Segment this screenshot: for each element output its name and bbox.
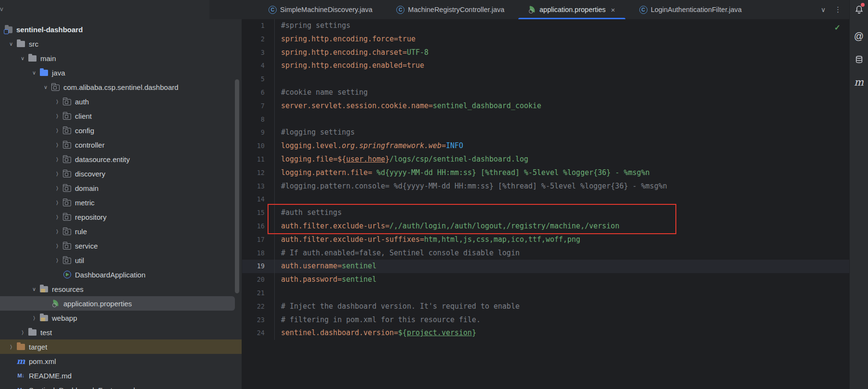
tree-item-controller[interactable]: 〉controller [0,138,242,152]
tab-close-icon[interactable]: × [611,6,615,14]
code-line-3[interactable]: 3spring.http.encoding.charset=UTF-8 [242,46,849,60]
code-line-21[interactable]: 21 [242,287,849,300]
code-line-16[interactable]: 16auth.filter.exclude-urls=/,/auth/login… [242,220,849,233]
editor-tab-application-properties[interactable]: application.properties× [516,0,627,19]
code-line-14[interactable]: 14 [242,193,849,206]
token-key: auth.password [281,275,337,284]
chevron-right-icon[interactable]: 〉 [52,228,62,235]
chevron-down-icon[interactable]: ∨ [29,70,39,76]
tree-item-com-alibaba-csp-sentinel-dashboard[interactable]: ∨com.alibaba.csp.sentinel.dashboard [0,80,242,94]
tree-item-main[interactable]: ∨main [0,51,242,65]
line-text: #auth settings [275,206,342,220]
chevron-right-icon[interactable]: 〉 [17,329,28,336]
code-line-13[interactable]: 13#logging.pattern.console= %d{yyyy-MM-d… [242,180,849,193]
tree-item-datasource-entity[interactable]: 〉datasource.entity [0,152,242,166]
chevron-right-icon[interactable]: 〉 [52,127,62,134]
notifications-bell-icon[interactable] [852,2,866,16]
code-line-2[interactable]: 2spring.http.encoding.force=true [242,33,849,46]
tree-item-resources[interactable]: ∨resources [0,282,242,296]
code-line-19[interactable]: 19auth.username=sentinel [242,260,849,273]
tree-item-pom-xml[interactable]: mpom.xml [0,354,242,368]
code-area[interactable]: 1#spring settings2spring.http.encoding.f… [242,19,849,340]
code-line-11[interactable]: 11logging.file=${user.home}/logs/csp/sen… [242,153,849,166]
tree-item-application-properties[interactable]: application.properties [0,296,235,311]
tab-options-kebab-icon[interactable]: ⋮ [834,5,842,14]
chevron-down-icon[interactable]: ∨ [40,84,51,90]
spring-boot-run-icon [63,271,71,278]
tree-item-client[interactable]: 〉client [0,109,242,123]
tree-item-test[interactable]: 〉test [0,325,242,339]
chevron-right-icon[interactable]: 〉 [52,113,62,119]
tree-item-service[interactable]: 〉service [0,238,242,253]
maven-tool-icon[interactable]: m [852,75,866,89]
tree-item-target[interactable]: 〉target [0,339,242,354]
code-line-5[interactable]: 5 [242,73,849,86]
code-line-18[interactable]: 18# If auth.enabled=false, Sentinel cons… [242,247,849,260]
tree-item-label: client [75,112,92,120]
code-line-9[interactable]: 9#logging settings [242,126,849,139]
editor-tab-simplemachinediscovery-java[interactable]: CSimpleMachineDiscovery.java [257,0,384,19]
tree-item-label: target [29,343,47,351]
tree-item-discovery[interactable]: 〉discovery [0,166,242,181]
chevron-right-icon[interactable]: 〉 [52,99,62,105]
code-line-20[interactable]: 20auth.password=sentinel [242,273,849,287]
inspections-ok-icon[interactable]: ✓ [834,23,841,32]
line-text: sentinel.dashboard.version=${project.ver… [275,326,476,340]
code-line-24[interactable]: 24sentinel.dashboard.version=${project.v… [242,326,849,340]
tree-item-src[interactable]: ∨src [0,37,242,51]
token-kw: true [398,35,416,43]
token-comment: # filtering in pom.xml for this resource… [281,315,480,324]
tree-item-sentinel_dashboard_feature-md[interactable]: M↓Sentinel_Dashboard_Feature.md [0,383,242,389]
chevron-right-icon[interactable]: 〉 [52,214,62,220]
code-line-4[interactable]: 4spring.http.encoding.enabled=true [242,59,849,73]
tree-item-util[interactable]: 〉util [0,253,242,267]
tree-item-dashboardapplication[interactable]: DashboardApplication [0,267,242,282]
chevron-right-icon[interactable]: 〉 [52,200,62,206]
code-line-15[interactable]: 15#auth settings [242,206,849,220]
code-line-12[interactable]: 12logging.pattern.file= %d{yyyy-MM-dd HH… [242,166,849,180]
chevron-right-icon[interactable]: 〉 [52,171,62,177]
token-val: sentinel [342,262,376,270]
code-line-22[interactable]: 22# Inject the dashboard version. It's r… [242,300,849,314]
tree-item-metric[interactable]: 〉metric [0,195,242,210]
code-line-8[interactable]: 8 [242,113,849,126]
tree-item-repository[interactable]: 〉repository [0,210,242,224]
tree-item-webapp[interactable]: 〉webapp [0,311,242,325]
tree-item-label: Sentinel_Dashboard_Feature.md [29,386,135,389]
ai-assistant-icon[interactable]: @ [852,29,866,43]
chevron-down-icon[interactable]: ∨ [17,55,28,62]
code-line-1[interactable]: 1#spring settings [242,19,849,33]
tree-scrollbar[interactable] [235,79,239,293]
editor-tab-loginauthenticationfilter-java[interactable]: CLoginAuthenticationFilter.java [627,0,754,19]
line-text: spring.http.encoding.force=true [275,33,416,46]
chevron-down-icon[interactable]: ∨ [6,41,16,47]
chevron-right-icon[interactable]: 〉 [6,344,16,350]
chevron-right-icon[interactable]: 〉 [52,257,62,264]
tree-item-icon [62,127,72,134]
maven-module-icon: m [17,357,25,365]
database-tool-icon[interactable] [852,53,866,67]
chevron-right-icon[interactable]: 〉 [29,315,39,321]
code-line-17[interactable]: 17auth.filter.exclude-url-suffixes=htm,h… [242,233,849,247]
code-line-10[interactable]: 10logging.level.org.springframework.web=… [242,139,849,153]
chevron-down-icon[interactable]: ∨ [29,286,39,292]
tree-item-sentinel-dashboard[interactable]: sentinel-dashboard [0,22,242,37]
code-line-6[interactable]: 6#cookie name setting [242,86,849,100]
chevron-right-icon[interactable]: 〉 [52,142,62,148]
tree-item-config[interactable]: 〉config [0,123,242,138]
editor-pane[interactable]: 1#spring settings2spring.http.encoding.f… [242,19,849,389]
tree-item-java[interactable]: ∨java [0,65,242,80]
chevron-right-icon[interactable]: 〉 [52,243,62,249]
editor-tab-machineregistrycontroller-java[interactable]: CMachineRegistryController.java [384,0,516,19]
tab-overflow-chevron-icon[interactable]: ∨ [821,6,826,13]
tree-item-domain[interactable]: 〉domain [0,181,242,195]
code-line-23[interactable]: 23# filtering in pom.xml for this resour… [242,314,849,327]
chevron-down-icon[interactable]: v [0,5,3,13]
chevron-right-icon[interactable]: 〉 [52,156,62,163]
tree-item-readme-md[interactable]: M↓README.md [0,368,242,383]
down-arrow: ↓ [22,387,24,389]
tree-item-auth[interactable]: 〉auth [0,94,242,109]
code-line-7[interactable]: 7server.servlet.session.cookie.name=sent… [242,100,849,113]
chevron-right-icon[interactable]: 〉 [52,185,62,191]
tree-item-rule[interactable]: 〉rule [0,224,242,238]
